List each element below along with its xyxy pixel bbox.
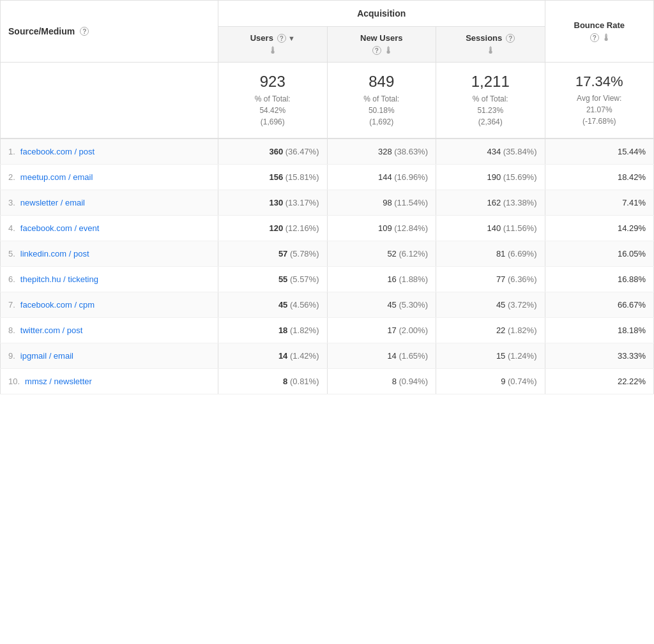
bounce-rate-cell: 16.88% [545, 267, 654, 292]
users-cell: 55 (5.57%) [218, 267, 328, 292]
source-link[interactable]: mmsz / newsletter [25, 377, 92, 386]
bounce-rate-cell: 33.33% [545, 343, 654, 369]
new-users-pct: (11.54%) [394, 198, 428, 207]
source-link[interactable]: meetup.com / email [20, 172, 93, 182]
source-link[interactable]: newsletter / email [20, 198, 85, 207]
sessions-cell: 45 (3.72%) [436, 292, 545, 318]
source-medium-cell: 8.twitter.com / post [1, 318, 218, 343]
sessions-cell: 9 (0.74%) [436, 369, 545, 394]
source-link[interactable]: facebook.com / event [20, 223, 100, 233]
bounce-rate-value: 15.44% [618, 147, 646, 156]
sessions-cell: 22 (1.82%) [436, 318, 545, 343]
new-users-pct: (0.94%) [399, 377, 428, 386]
sessions-cell: 162 (13.38%) [436, 190, 545, 216]
new-users-cell: 16 (1.88%) [327, 267, 436, 292]
users-value: 18 [278, 326, 287, 335]
bounce-rate-value: 18.18% [618, 326, 646, 335]
source-medium-cell: 5.linkedin.com / post [1, 241, 218, 267]
users-pct: (4.56%) [290, 300, 319, 310]
users-help-icon[interactable]: ? [277, 34, 286, 43]
totals-new-users-sub: % of Total:50.18%(1,692) [335, 93, 429, 128]
users-pct: (0.81%) [290, 377, 319, 386]
table-row: 10.mmsz / newsletter8 (0.81%)8 (0.94%)9 … [1, 369, 654, 394]
totals-bounce-rate-sub: Avg for View:21.07%(-17.68%) [553, 93, 646, 127]
row-number: 2. [8, 172, 15, 182]
source-medium-cell: 6.thepitch.hu / ticketing [1, 267, 218, 292]
users-value: 57 [278, 249, 287, 258]
users-pct: (15.81%) [285, 172, 319, 182]
users-pct: (1.82%) [290, 326, 319, 335]
row-number: 4. [8, 223, 15, 233]
new-users-pct: (2.00%) [399, 326, 428, 335]
bounce-rate-cell: 18.42% [545, 165, 654, 190]
new-users-help-icon[interactable]: ? [372, 46, 381, 55]
users-value: 156 [269, 172, 283, 182]
row-number: 9. [8, 351, 15, 361]
users-thermo-icon: 🌡 [268, 45, 277, 56]
sessions-pct: (1.82%) [508, 326, 537, 335]
users-cell: 45 (4.56%) [218, 292, 328, 318]
totals-users-main: 923 [226, 73, 319, 91]
bounce-rate-value: 33.33% [618, 351, 646, 361]
source-medium-cell: 10.mmsz / newsletter [1, 369, 218, 394]
users-value: 130 [269, 198, 283, 207]
bounce-rate-cell: 66.67% [545, 292, 654, 318]
bounce-rate-col-header-cell: Bounce Rate ? 🌡 [545, 1, 654, 63]
sessions-help-icon[interactable]: ? [506, 34, 515, 43]
new-users-cell: 14 (1.65%) [327, 343, 436, 369]
users-pct: (5.57%) [290, 274, 319, 284]
table-row: 8.twitter.com / post18 (1.82%)17 (2.00%)… [1, 318, 654, 343]
totals-users-cell: 923 % of Total:54.42%(1,696) [218, 63, 328, 139]
users-pct: (13.17%) [285, 198, 319, 207]
sessions-cell: 434 (35.84%) [436, 139, 545, 165]
users-cell: 360 (36.47%) [218, 139, 328, 165]
users-cell: 18 (1.82%) [218, 318, 328, 343]
table-row: 5.linkedin.com / post57 (5.78%)52 (6.12%… [1, 241, 654, 267]
bounce-rate-cell: 7.41% [545, 190, 654, 216]
users-cell: 14 (1.42%) [218, 343, 328, 369]
new-users-cell: 98 (11.54%) [327, 190, 436, 216]
source-medium-cell: 2.meetup.com / email [1, 165, 218, 190]
source-link[interactable]: linkedin.com / post [20, 249, 89, 258]
source-link[interactable]: ipgmail / email [20, 351, 73, 361]
sessions-pct: (13.38%) [503, 198, 537, 207]
sessions-pct: (3.72%) [508, 300, 537, 310]
new-users-pct: (12.84%) [394, 223, 428, 233]
new-users-cell: 328 (38.63%) [327, 139, 436, 165]
users-cell: 120 (12.16%) [218, 216, 328, 241]
source-medium-cell: 4.facebook.com / event [1, 216, 218, 241]
table-row: 9.ipgmail / email14 (1.42%)14 (1.65%)15 … [1, 343, 654, 369]
bounce-rate-value: 22.22% [618, 377, 646, 386]
new-users-cell: 52 (6.12%) [327, 241, 436, 267]
row-number: 10. [8, 377, 20, 386]
users-value: 14 [278, 351, 287, 361]
bounce-rate-thermo-icon: 🌡 [602, 33, 611, 43]
source-link[interactable]: facebook.com / post [20, 147, 95, 156]
sessions-label: Sessions [466, 33, 502, 43]
sessions-cell: 81 (6.69%) [436, 241, 545, 267]
bounce-rate-help-icon[interactable]: ? [590, 33, 599, 42]
totals-users-sub: % of Total:54.42%(1,696) [226, 93, 319, 128]
source-medium-cell: 1.facebook.com / post [1, 139, 218, 165]
bounce-rate-label: Bounce Rate [574, 20, 625, 30]
new-users-cell: 45 (5.30%) [327, 292, 436, 318]
new-users-pct: (38.63%) [394, 147, 428, 156]
new-users-cell: 17 (2.00%) [327, 318, 436, 343]
users-value: 360 [269, 147, 283, 156]
sessions-cell: 140 (11.56%) [436, 216, 545, 241]
bounce-rate-value: 16.88% [618, 274, 646, 284]
source-medium-cell: 9.ipgmail / email [1, 343, 218, 369]
table-row: 7.facebook.com / cpm45 (4.56%)45 (5.30%)… [1, 292, 654, 318]
table-row: 4.facebook.com / event120 (12.16%)109 (1… [1, 216, 654, 241]
users-sort-icon[interactable]: ▼ [288, 34, 295, 42]
bounce-rate-value: 18.42% [618, 172, 646, 182]
source-link[interactable]: thepitch.hu / ticketing [20, 274, 98, 284]
source-link[interactable]: twitter.com / post [20, 326, 83, 335]
sessions-pct: (35.84%) [503, 147, 537, 156]
bounce-rate-value: 7.41% [622, 198, 646, 207]
users-value: 45 [278, 300, 287, 310]
source-link[interactable]: facebook.com / cpm [20, 300, 95, 310]
new-users-col-header: New Users ? 🌡 [327, 27, 436, 63]
bounce-rate-cell: 18.18% [545, 318, 654, 343]
source-medium-help-icon[interactable]: ? [80, 27, 89, 36]
